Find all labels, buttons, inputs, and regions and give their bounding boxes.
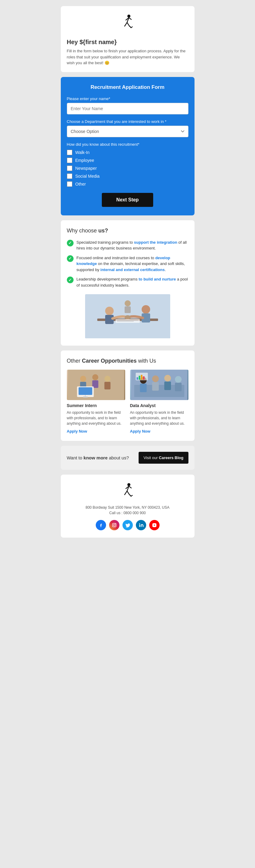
recruitment-source-group: How did you know about this recruitment*… [67, 142, 188, 187]
name-input[interactable] [67, 103, 188, 114]
intern-title: Summer Intern [67, 403, 125, 408]
walkin-checkbox[interactable] [67, 150, 72, 155]
benefit-link-2a[interactable]: develop knowledge [77, 255, 171, 266]
svg-rect-40 [137, 377, 138, 380]
svg-rect-34 [152, 382, 159, 391]
why-heading-bold: us? [99, 227, 108, 234]
cta-bold: know more [83, 455, 108, 460]
benefit-text-1: Specialized training programs to support… [77, 240, 188, 251]
benefit-item-2: Focused online and instructor-led course… [67, 255, 188, 273]
call-label: Call us : [109, 511, 123, 515]
career-item-analyst: Data Analyst An opportunity to work in t… [130, 370, 188, 434]
career-image-analyst [130, 370, 188, 400]
name-group: Please enter your name* [67, 96, 188, 114]
check-icon-2 [67, 255, 74, 262]
department-label: Choose a Department that you are interes… [67, 119, 188, 124]
form-card: Recruitment Application Form Please ente… [61, 77, 194, 215]
team-image [85, 294, 170, 338]
careers-blog-button[interactable]: Visit our Careers Blog [139, 452, 188, 464]
department-group: Choose a Department that you are interes… [67, 119, 188, 137]
employee-label: Employee [75, 158, 94, 163]
cta-banner: Want to know more about us? Visit our Ca… [61, 446, 194, 470]
svg-rect-36 [164, 381, 171, 390]
benefit-link-2b[interactable]: internal and external certifications [100, 268, 165, 272]
career-image-intern [67, 370, 125, 400]
benefit-text-2: Focused online and instructor-led course… [77, 255, 188, 273]
svg-rect-24 [104, 382, 110, 390]
benefit-link-3[interactable]: to build and nurture [139, 277, 176, 281]
intern-apply-link[interactable]: Apply Now [67, 429, 87, 434]
socialmedia-checkbox[interactable] [67, 174, 72, 179]
check-icon-3 [67, 277, 74, 283]
checkbox-walkin: Walk-In [67, 150, 188, 155]
svg-point-19 [80, 376, 86, 382]
department-select[interactable]: Choose Option Human Resources Engineerin… [67, 126, 188, 137]
cta-text: Want to know more about us? [67, 455, 129, 460]
svg-rect-41 [139, 376, 140, 380]
footer-card: 800 Bordway Suit 1500 New York, NY 00042… [61, 475, 194, 537]
svg-rect-38 [175, 383, 181, 391]
newspaper-checkbox[interactable] [67, 165, 72, 171]
form-title: Recruitment Application Form [67, 84, 188, 90]
career-item-intern: Summer Intern An opportunity to work in … [67, 370, 125, 434]
svg-point-33 [152, 375, 159, 382]
svg-line-5 [129, 18, 131, 20]
svg-line-49 [129, 486, 131, 488]
svg-point-12 [124, 315, 131, 319]
other-checkbox[interactable] [67, 181, 72, 187]
social-icons [67, 520, 188, 530]
twitter-icon[interactable] [122, 520, 133, 530]
svg-rect-53 [139, 525, 140, 527]
footer-phone: Call us : 0800 000 900 [67, 511, 188, 515]
recruitment-label: How did you know about this recruitment* [67, 142, 188, 147]
linkedin-icon[interactable] [136, 520, 146, 530]
checkbox-socialmedia: Social Media [67, 174, 188, 179]
why-choose-us-card: Why choose us? Specialized training prog… [61, 220, 194, 346]
svg-rect-26 [78, 387, 92, 395]
benefit-item-1: Specialized training programs to support… [67, 240, 188, 251]
header-card: Hey ${first name} Fill in the form below… [61, 6, 194, 72]
benefit-list: Specialized training programs to support… [67, 240, 188, 288]
header-description: Fill in the form below to finish your ap… [67, 48, 188, 66]
svg-rect-27 [83, 396, 87, 398]
svg-rect-43 [143, 376, 144, 380]
other-label: Other [75, 182, 86, 186]
benefit-link-1[interactable]: support the integration [134, 240, 177, 245]
instagram-icon[interactable] [109, 520, 119, 530]
svg-rect-13 [115, 319, 140, 323]
name-label: Please enter your name* [67, 96, 188, 101]
svg-point-37 [175, 376, 181, 383]
facebook-icon[interactable] [96, 520, 106, 530]
svg-rect-17 [124, 306, 131, 313]
youtube-icon[interactable] [149, 520, 159, 530]
employee-checkbox[interactable] [67, 158, 72, 163]
career-heading-bold: Career Opportunities [82, 358, 137, 364]
analyst-title: Data Analyst [130, 403, 188, 408]
svg-line-46 [124, 491, 127, 495]
svg-point-8 [105, 307, 114, 315]
svg-point-51 [113, 524, 115, 526]
newspaper-label: Newspaper [75, 166, 97, 171]
career-grid: Summer Intern An opportunity to work in … [67, 370, 188, 434]
benefit-text-3: Leadership development programs to build… [77, 276, 188, 288]
checkbox-employee: Employee [67, 158, 188, 163]
analyst-apply-link[interactable]: Apply Now [130, 429, 150, 434]
socialmedia-label: Social Media [75, 174, 100, 179]
svg-line-3 [127, 23, 130, 26]
svg-rect-32 [140, 384, 146, 392]
walkin-label: Walk-In [75, 150, 90, 155]
logo-wrap [67, 13, 188, 33]
checkbox-newspaper: Newspaper [67, 165, 188, 171]
analyst-description: An opportunity to work in the field with… [130, 410, 188, 426]
career-opportunities-card: Other Career Opportunities with Us [61, 350, 194, 441]
svg-line-47 [127, 491, 130, 495]
logo-icon [119, 13, 136, 33]
svg-line-2 [124, 23, 127, 26]
checkbox-other: Other [67, 181, 188, 187]
footer-address: 800 Bordway Suit 1500 New York, NY 00042… [67, 505, 188, 509]
benefit-item-3: Leadership development programs to build… [67, 276, 188, 288]
footer-logo [67, 482, 188, 502]
next-step-button[interactable]: Next Step [102, 193, 153, 207]
phone-number: 0800 000 900 [123, 511, 146, 515]
team-image-container [67, 294, 188, 338]
